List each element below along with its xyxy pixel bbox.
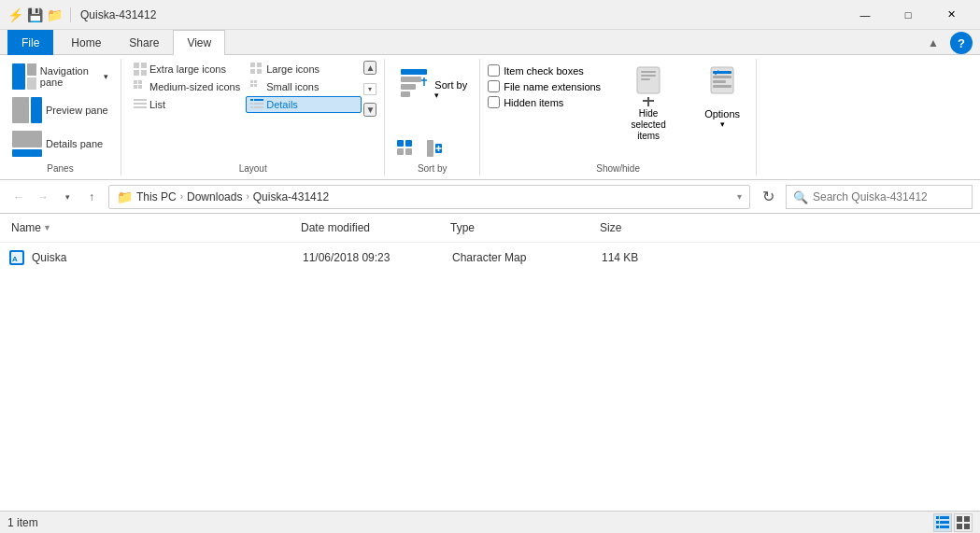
small-icons-icon [250,80,263,93]
column-header-date[interactable]: Date modified [297,217,447,238]
svg-rect-48 [641,75,656,77]
svg-rect-27 [254,99,263,101]
table-row[interactable]: A Quiska 11/06/2018 09:23 Character Map … [0,243,980,273]
back-button[interactable]: ← [7,186,30,208]
group-by-button[interactable] [392,137,419,161]
sort-by-button[interactable]: Sort by ▾ [392,61,472,119]
layout-scroll-expand[interactable]: ▾ [363,83,376,95]
hidden-items-checkbox[interactable]: Hidden items [488,96,601,108]
svg-rect-69 [964,524,970,529]
help-button[interactable]: ? [950,32,973,54]
layout-medium-icons[interactable]: Medium-sized icons [129,78,245,95]
layout-group-content: Extra large icons Large icons Medium-siz… [129,59,376,160]
svg-rect-3 [12,97,29,123]
svg-rect-66 [957,516,962,522]
maximize-button[interactable]: □ [887,0,930,30]
navigation-pane-button[interactable]: Navigation pane ▾ [7,61,113,92]
breadcrumb-dropdown[interactable]: ▾ [737,191,742,202]
layout-small-icons[interactable]: Small icons [246,78,362,95]
hidden-items-input[interactable] [488,96,500,108]
column-header-type[interactable]: Type [447,217,596,238]
layout-large-icons[interactable]: Large icons [246,61,362,77]
svg-rect-4 [31,97,42,123]
details-pane-button[interactable]: Details pane [7,128,113,160]
details-pane-icon [12,131,42,157]
sort-by-icon-area [397,65,431,114]
details-label: Details [266,99,298,110]
column-header-size[interactable]: Size [596,217,689,238]
large-icons-view-button[interactable] [954,513,973,532]
layout-scroll-up[interactable]: ▲ [363,61,376,75]
file-name-extensions-input[interactable] [488,80,500,92]
svg-rect-41 [405,148,412,155]
svg-rect-23 [134,99,147,101]
search-input[interactable] [786,185,973,209]
tab-file[interactable]: File [7,30,53,55]
breadcrumb-downloads[interactable]: Downloads [187,190,242,203]
svg-rect-68 [957,524,962,529]
recent-locations-button[interactable]: ▾ [56,186,78,208]
item-check-boxes-input[interactable] [488,64,500,77]
ribbon-group-current-view: Sort by ▾ [385,59,480,175]
list-label: List [149,99,165,110]
svg-rect-32 [401,69,427,75]
file-icon: A [7,248,26,267]
svg-rect-10 [141,70,147,76]
layout-scroll-down[interactable]: ▼ [363,103,376,117]
tab-home[interactable]: Home [57,30,115,55]
address-breadcrumb[interactable]: 📁 This PC › Downloads › Quiska-431412 ▾ [108,185,750,209]
ribbon-group-panes: Navigation pane ▾ Preview pane Details p… [0,59,121,175]
sort-by-icon [399,67,429,112]
main-content: Name ▼ Date modified Type Size A Quiska … [0,214,980,533]
item-check-boxes-checkbox[interactable]: Item check boxes [488,64,601,77]
hide-selected-items-button[interactable]: Hide selected items [612,61,685,147]
sort-by-chevron: ▾ [434,91,439,100]
column-header-name[interactable]: Name ▼ [7,217,297,238]
breadcrumb-this-pc[interactable]: This PC [136,190,177,203]
panes-group-content: Navigation pane ▾ Preview pane Details p… [7,59,113,160]
forward-button[interactable]: → [32,186,54,208]
breadcrumb-current[interactable]: Quiska-431412 [253,190,329,203]
svg-rect-11 [250,63,255,67]
svg-rect-5 [12,131,42,147]
svg-rect-29 [254,103,263,105]
add-columns-icon [427,140,444,157]
options-button[interactable]: Options ▾ [696,61,748,133]
preview-pane-button[interactable]: Preview pane [7,94,113,126]
navigation-pane-chevron: ▾ [104,72,108,81]
navigation-buttons: ← → ▾ ↑ [7,186,103,208]
refresh-button[interactable]: ↻ [756,185,780,209]
layout-extra-large-icons[interactable]: Extra large icons [129,61,245,77]
extra-large-icons-icon [134,63,147,76]
svg-rect-1 [27,63,36,76]
up-button[interactable]: ↑ [80,186,103,208]
breadcrumb-sep1: › [180,191,183,202]
svg-rect-20 [254,80,257,83]
svg-rect-56 [713,85,731,88]
close-button[interactable]: ✕ [930,0,973,30]
svg-rect-62 [936,521,939,524]
svg-rect-35 [401,91,410,97]
add-columns-button[interactable] [422,137,448,161]
layout-list[interactable]: List [129,96,245,113]
details-icon [250,98,263,111]
minimize-button[interactable]: — [844,0,887,30]
file-list-header: Name ▼ Date modified Type Size [0,214,980,243]
layout-details[interactable]: Details [246,96,362,113]
details-view-button[interactable] [933,513,952,532]
svg-rect-14 [257,69,262,74]
svg-rect-38 [397,140,404,147]
svg-rect-67 [964,516,970,522]
tab-view[interactable]: View [173,30,225,55]
name-sort-arrow: ▼ [43,223,51,232]
svg-rect-49 [641,78,650,80]
large-icons-icon [250,63,263,76]
file-name-extensions-checkbox[interactable]: File name extensions [488,80,601,92]
sort-by-label: Sort by [434,79,467,91]
tab-share[interactable]: Share [115,30,173,55]
ribbon-tab-right: ▲ ? [924,32,973,54]
ribbon-collapse-button[interactable]: ▲ [924,35,943,51]
svg-text:A: A [12,255,18,263]
file-size: 114 KB [602,251,695,264]
file-list: A Quiska 11/06/2018 09:23 Character Map … [0,243,980,273]
